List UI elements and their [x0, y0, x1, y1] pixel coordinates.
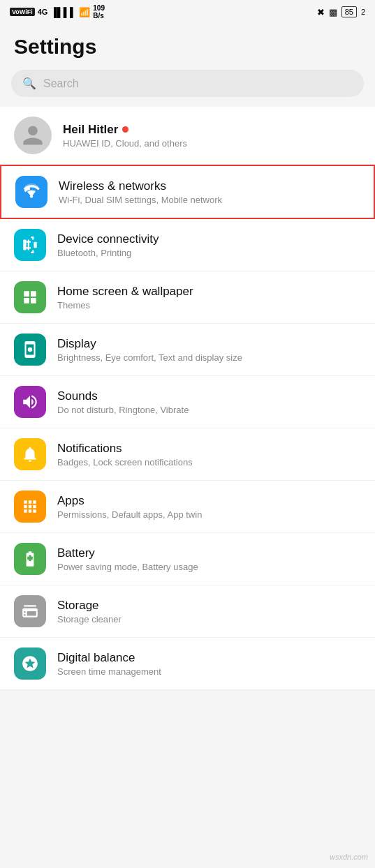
- settings-item-sounds[interactable]: Sounds Do not disturb, Ringtone, Vibrate: [0, 376, 375, 428]
- signal-strength: 4G: [38, 8, 48, 16]
- battery-text: Battery Power saving mode, Battery usage: [57, 546, 361, 572]
- search-bar[interactable]: 🔍 Search: [11, 70, 364, 97]
- home-screen-subtitle: Themes: [57, 300, 361, 310]
- sounds-icon: [14, 386, 46, 418]
- bluetooth-icon: ✖: [317, 7, 325, 17]
- digital-balance-icon: [14, 648, 46, 680]
- device-connectivity-text: Device connectivity Bluetooth, Printing: [57, 232, 361, 258]
- device-connectivity-icon: [14, 229, 46, 261]
- profile-name: Heil Hitler: [63, 123, 361, 137]
- home-screen-title: Home screen & wallpaper: [57, 285, 361, 299]
- display-icon: [14, 334, 46, 366]
- digital-balance-text: Digital balance Screen time management: [57, 651, 361, 677]
- settings-item-apps[interactable]: Apps Permissions, Default apps, App twin: [0, 481, 375, 533]
- avatar: [14, 117, 52, 154]
- apps-text: Apps Permissions, Default apps, App twin: [57, 494, 361, 520]
- svg-rect-2: [34, 242, 36, 248]
- settings-item-digital-balance[interactable]: Digital balance Screen time management: [0, 638, 375, 690]
- status-right: ✖ ▩ 85 2: [317, 6, 365, 17]
- settings-item-notifications[interactable]: Notifications Badges, Lock screen notifi…: [0, 428, 375, 481]
- wifi-icon: 📶: [79, 7, 90, 17]
- svg-point-0: [30, 195, 33, 197]
- wireless-icon: [15, 176, 47, 208]
- watermark: wsxdn.com: [330, 853, 368, 861]
- apps-icon: [14, 491, 46, 523]
- sounds-subtitle: Do not disturb, Ringtone, Vibrate: [57, 405, 361, 415]
- wireless-text: Wireless & networks Wi-Fi, Dual SIM sett…: [59, 179, 360, 205]
- settings-list: Heil Hitler HUAWEI ID, Cloud, and others…: [0, 107, 375, 690]
- device-connectivity-subtitle: Bluetooth, Printing: [57, 248, 361, 258]
- profile-item[interactable]: Heil Hitler HUAWEI ID, Cloud, and others: [0, 107, 375, 165]
- display-subtitle: Brightness, Eye comfort, Text and displa…: [57, 352, 361, 363]
- sounds-title: Sounds: [57, 389, 361, 403]
- svg-rect-1: [23, 239, 26, 250]
- battery-title: Battery: [57, 546, 361, 560]
- battery-indicator: 85: [341, 6, 357, 17]
- search-placeholder: Search: [43, 77, 79, 90]
- wireless-subtitle: Wi-Fi, Dual SIM settings, Mobile network: [59, 195, 360, 205]
- storage-subtitle: Storage cleaner: [57, 614, 361, 624]
- display-title: Display: [57, 337, 361, 351]
- storage-icon: [14, 595, 46, 627]
- storage-text: Storage Storage cleaner: [57, 599, 361, 624]
- notifications-icon: [14, 438, 46, 470]
- settings-item-display[interactable]: Display Brightness, Eye comfort, Text an…: [0, 324, 375, 376]
- profile-info: Heil Hitler HUAWEI ID, Cloud, and others: [63, 123, 361, 149]
- settings-item-home-screen[interactable]: Home screen & wallpaper Themes: [0, 271, 375, 324]
- battery-level: 85: [345, 8, 353, 16]
- apps-title: Apps: [57, 494, 361, 508]
- extra-indicator: 2: [361, 8, 365, 16]
- svg-point-3: [28, 347, 33, 352]
- display-text: Display Brightness, Eye comfort, Text an…: [57, 337, 361, 363]
- search-icon: 🔍: [22, 77, 36, 90]
- status-bar: VoWiFi 4G ▐▌▌▌ 📶 109B/s ✖ ▩ 85 2: [0, 0, 375, 22]
- home-screen-icon: [14, 281, 46, 313]
- notifications-text: Notifications Badges, Lock screen notifi…: [57, 442, 361, 467]
- notifications-title: Notifications: [57, 442, 361, 456]
- signal-bars: ▐▌▌▌: [50, 7, 76, 17]
- profile-subtitle: HUAWEI ID, Cloud, and others: [63, 138, 361, 149]
- speed-indicator: 109B/s: [93, 4, 105, 20]
- settings-item-battery[interactable]: Battery Power saving mode, Battery usage: [0, 533, 375, 585]
- online-dot: [122, 126, 128, 133]
- battery-subtitle: Power saving mode, Battery usage: [57, 562, 361, 572]
- storage-title: Storage: [57, 599, 361, 613]
- vibrate-icon: ▩: [329, 7, 337, 17]
- sounds-text: Sounds Do not disturb, Ringtone, Vibrate: [57, 389, 361, 415]
- notifications-subtitle: Badges, Lock screen notifications: [57, 457, 361, 467]
- status-left: VoWiFi 4G ▐▌▌▌ 📶 109B/s: [10, 4, 105, 20]
- digital-balance-subtitle: Screen time management: [57, 666, 361, 677]
- page-title: Settings: [0, 22, 375, 66]
- settings-item-storage[interactable]: Storage Storage cleaner: [0, 585, 375, 638]
- device-connectivity-title: Device connectivity: [57, 232, 361, 246]
- vowifi-badge: VoWiFi: [10, 8, 35, 16]
- home-screen-text: Home screen & wallpaper Themes: [57, 285, 361, 310]
- apps-subtitle: Permissions, Default apps, App twin: [57, 509, 361, 520]
- wireless-title: Wireless & networks: [59, 179, 360, 193]
- battery-icon: [14, 543, 46, 575]
- digital-balance-title: Digital balance: [57, 651, 361, 665]
- settings-item-device-connectivity[interactable]: Device connectivity Bluetooth, Printing: [0, 219, 375, 271]
- settings-item-wireless[interactable]: Wireless & networks Wi-Fi, Dual SIM sett…: [0, 165, 375, 219]
